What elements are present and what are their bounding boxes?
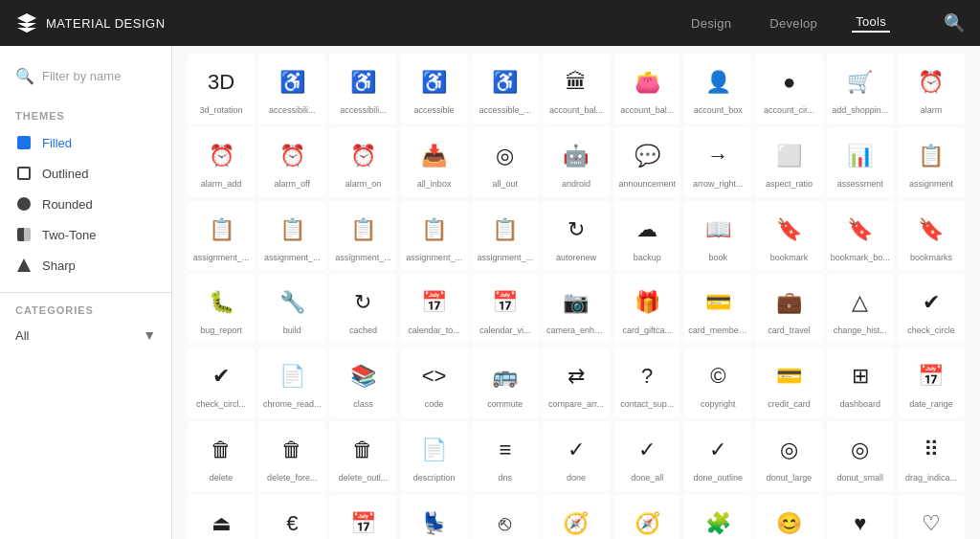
sharp-icon bbox=[15, 257, 33, 274]
icon-cell[interactable]: ©copyright bbox=[684, 348, 751, 417]
icon-cell[interactable]: 🗑delete_outl... bbox=[329, 421, 396, 491]
icon-cell[interactable]: ⊞dashboard bbox=[827, 348, 894, 417]
icon-cell[interactable]: ◎all_out bbox=[472, 127, 539, 197]
theme-twotone[interactable]: Two-Tone bbox=[0, 219, 171, 250]
icon-cell[interactable]: 🔖bookmarks bbox=[898, 201, 965, 271]
icon-cell[interactable]: 📷camera_enha... bbox=[543, 274, 610, 344]
icon-cell[interactable]: 👤account_box bbox=[684, 54, 751, 124]
icon-cell[interactable]: ♿accessibili... bbox=[258, 54, 325, 124]
icon-cell[interactable]: 📋assignment_... bbox=[329, 201, 396, 271]
icon-cell[interactable]: ●account_cir... bbox=[755, 54, 822, 124]
icon-cell[interactable]: ✔check_circle bbox=[898, 274, 965, 344]
icon-cell[interactable]: ⏰alarm_on bbox=[329, 127, 396, 197]
icon-cell[interactable]: ✔check_circl... bbox=[188, 348, 255, 417]
icon-cell[interactable]: ⬜aspect_ratio bbox=[755, 127, 822, 197]
icon-cell[interactable]: ⏰alarm_off bbox=[258, 127, 325, 197]
icon-cell[interactable]: 📋assignment_... bbox=[472, 201, 539, 271]
icon-cell[interactable]: ↻autorenew bbox=[543, 201, 610, 271]
search-input[interactable] bbox=[42, 69, 156, 83]
nav-design[interactable]: Design bbox=[687, 16, 735, 31]
icon-cell[interactable]: 📋assignment_... bbox=[188, 201, 255, 271]
icon-cell[interactable]: ✓done_outline bbox=[684, 421, 751, 491]
icon-cell[interactable]: 📅date_range bbox=[898, 348, 965, 417]
icon-cell[interactable]: 👛account_bal... bbox=[613, 54, 680, 124]
icon-cell[interactable]: 😊face bbox=[755, 495, 822, 539]
icon-cell[interactable]: 🛒add_shoppin... bbox=[827, 54, 894, 124]
icon-cell[interactable]: 🗑delete bbox=[188, 421, 255, 491]
icon-cell[interactable]: ⇄compare_arr... bbox=[543, 348, 610, 417]
icon-cell[interactable]: 📋assignment bbox=[898, 127, 965, 197]
icon-symbol: € bbox=[275, 506, 309, 539]
icon-cell[interactable]: 📄chrome_read... bbox=[258, 348, 325, 417]
icon-cell[interactable]: ⎋exit_to_app bbox=[472, 495, 539, 539]
icon-name: bookmark bbox=[759, 253, 818, 263]
icon-cell[interactable]: 📚class bbox=[329, 348, 396, 417]
icon-cell[interactable]: 🐛bug_report bbox=[188, 274, 255, 344]
theme-sharp[interactable]: Sharp bbox=[0, 250, 171, 281]
icon-cell[interactable]: ◎donut_small bbox=[827, 421, 894, 491]
icon-cell[interactable]: ♡favorite_bo... bbox=[898, 495, 965, 539]
icon-cell[interactable]: <>code bbox=[401, 348, 468, 417]
icon-cell[interactable]: ✓done_all bbox=[613, 421, 680, 491]
themes-title: THEMES bbox=[0, 102, 171, 127]
icon-cell[interactable]: 3D3d_rotation bbox=[188, 54, 255, 124]
icon-cell[interactable]: ?contact_sup... bbox=[613, 348, 680, 417]
theme-outlined[interactable]: Outlined bbox=[0, 158, 171, 189]
icon-cell[interactable]: 💺event_seat bbox=[401, 495, 468, 539]
icon-cell[interactable]: ◎donut_large bbox=[755, 421, 822, 491]
icon-cell[interactable]: ♿accessibili... bbox=[329, 54, 396, 124]
icon-cell[interactable]: 📋assignment_... bbox=[401, 201, 468, 271]
theme-rounded[interactable]: Rounded bbox=[0, 189, 171, 219]
nav-develop[interactable]: Develop bbox=[766, 16, 821, 31]
icon-cell[interactable]: ☁backup bbox=[613, 201, 680, 271]
icon-cell[interactable]: ≡dns bbox=[472, 421, 539, 491]
icon-cell[interactable]: 💳credit_card bbox=[755, 348, 822, 417]
icon-cell[interactable]: ✓done bbox=[543, 421, 610, 491]
icon-cell[interactable]: 📖book bbox=[684, 201, 751, 271]
icon-cell[interactable]: 💳card_member... bbox=[684, 274, 751, 344]
icon-symbol: 👛 bbox=[630, 65, 664, 100]
icon-cell[interactable]: 🧭explore_off bbox=[613, 495, 680, 539]
icon-cell[interactable]: €euro_symbol bbox=[258, 495, 325, 539]
icon-cell[interactable]: 🔖bookmark_bo... bbox=[827, 201, 894, 271]
icon-cell[interactable]: ↻cached bbox=[329, 274, 396, 344]
icon-cell[interactable]: ⏰alarm bbox=[898, 54, 965, 124]
nav-tools[interactable]: Tools bbox=[852, 14, 890, 33]
categories-dropdown[interactable]: All ▼ bbox=[15, 324, 156, 347]
icon-cell[interactable]: 🗑delete_fore... bbox=[258, 421, 325, 491]
icon-cell[interactable]: 🧭explore bbox=[543, 495, 610, 539]
icon-cell[interactable]: ⏰alarm_add bbox=[188, 127, 255, 197]
icon-cell[interactable]: 📅calendar_to... bbox=[401, 274, 468, 344]
icon-name: backup bbox=[617, 253, 677, 263]
icon-cell[interactable]: 📅event bbox=[329, 495, 396, 539]
icon-cell[interactable]: 📅calendar_vi... bbox=[472, 274, 539, 344]
icon-cell[interactable]: 📋assignment_... bbox=[258, 201, 325, 271]
icon-cell[interactable]: ⠿drag_indica... bbox=[898, 421, 965, 491]
icon-cell[interactable]: 🔖bookmark bbox=[755, 201, 822, 271]
icon-cell[interactable]: ⏏eject bbox=[188, 495, 255, 539]
icon-symbol: 🐛 bbox=[204, 285, 238, 320]
icon-cell[interactable]: ♥favorite bbox=[827, 495, 894, 539]
icon-name: assignment_... bbox=[405, 253, 464, 263]
icon-cell[interactable]: →arrow_right... bbox=[684, 127, 751, 197]
icon-cell[interactable]: 📄description bbox=[401, 421, 468, 491]
categories-value: All bbox=[15, 328, 29, 343]
icon-cell[interactable]: 🤖android bbox=[543, 127, 610, 197]
icon-cell[interactable]: 🔧build bbox=[258, 274, 325, 344]
icon-cell[interactable]: 💼card_travel bbox=[755, 274, 822, 344]
theme-filled[interactable]: Filled bbox=[0, 127, 171, 158]
icon-name: assignment_... bbox=[476, 253, 535, 263]
icon-cell[interactable]: 💬announcement bbox=[613, 127, 680, 197]
icon-cell[interactable]: ♿accessible_... bbox=[472, 54, 539, 124]
icon-cell[interactable]: 🎁card_giftca... bbox=[613, 274, 680, 344]
icon-cell[interactable]: 🧩extension bbox=[684, 495, 751, 539]
icon-cell[interactable]: 🚌commute bbox=[472, 348, 539, 417]
icon-cell[interactable]: 📥all_inbox bbox=[401, 127, 468, 197]
icon-cell[interactable]: 📊assessment bbox=[827, 127, 894, 197]
icon-symbol: 🤖 bbox=[559, 139, 593, 173]
search-icon[interactable]: 🔍 bbox=[944, 12, 965, 34]
icon-name: copyright bbox=[688, 399, 747, 410]
icon-cell[interactable]: △change_hist... bbox=[827, 274, 894, 344]
icon-cell[interactable]: 🏛account_bal... bbox=[543, 54, 610, 124]
icon-cell[interactable]: ♿accessible bbox=[401, 54, 468, 124]
